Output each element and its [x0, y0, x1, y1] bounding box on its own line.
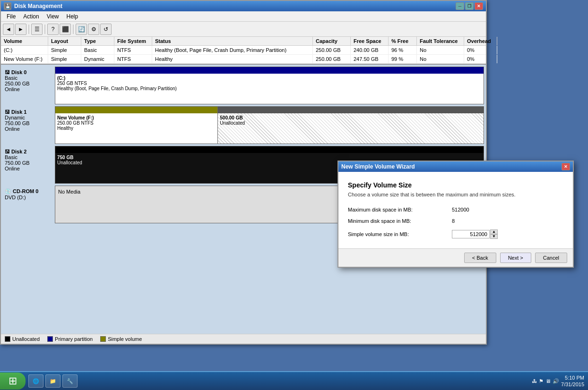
disk-size-2: 750.00 GB	[5, 160, 53, 166]
settings-button[interactable]: ⚙	[88, 24, 99, 35]
disk-status-2: Online	[5, 166, 53, 171]
cell-status-1: Healthy	[152, 55, 313, 63]
form-value-min: 8	[452, 218, 455, 224]
wizard-title-text: New Simple Volume Wizard	[341, 163, 562, 170]
legend-label-simple: Simple volume	[108, 336, 142, 342]
spin-up-button[interactable]: ▲	[490, 229, 498, 234]
header-fs[interactable]: File System	[114, 37, 152, 45]
toolbar-separator-1	[28, 25, 29, 34]
legend-primary: Primary partition	[47, 336, 93, 342]
window-controls: ─ ❐ ✕	[456, 2, 483, 10]
partition-content-0-0: (C:) 250 GB NTFS Healthy (Boot, Page Fil…	[55, 74, 484, 104]
header-volume[interactable]: Volume	[1, 37, 48, 45]
ie-icon: 🌐	[33, 378, 39, 384]
disk-name-1: 🖫 Disk 1	[5, 109, 53, 115]
back-button[interactable]: < Back	[464, 253, 496, 263]
disk-label-1: 🖫 Disk 1 Dynamic 750.00 GB Online	[3, 106, 55, 144]
disk-partitions-0: (C:) 250 GB NTFS Healthy (Boot, Page Fil…	[55, 67, 484, 104]
header-layout[interactable]: Layout	[48, 37, 81, 45]
wizard-heading: Specify Volume Size	[348, 181, 563, 189]
form-row-max: Maximum disk space in MB: 512000	[348, 207, 563, 212]
volume-icon: 🔊	[553, 378, 559, 384]
close-button[interactable]: ✕	[475, 2, 483, 10]
cell-overhead-0: 0%	[464, 46, 497, 54]
network-icon: 🖧	[532, 378, 537, 384]
cell-volume-1: New Volume (F:)	[1, 55, 48, 63]
view-button[interactable]: ☰	[31, 24, 43, 35]
restore-button[interactable]: ❐	[465, 2, 474, 10]
cell-volume-0: (C:)	[1, 46, 48, 54]
table-row[interactable]: (C:) Simple Basic NTFS Healthy (Boot, Pa…	[1, 46, 486, 55]
disk-status-0: Online	[5, 86, 53, 92]
clock-date: 7/31/2015	[561, 381, 584, 388]
wizard-body: Specify Volume Size Choose a volume size…	[338, 172, 573, 248]
properties-button[interactable]: ⬛	[60, 24, 71, 35]
next-button[interactable]: Next >	[500, 253, 531, 263]
header-overhead[interactable]: Overhead	[464, 37, 497, 45]
form-label-min: Minimum disk space in MB:	[348, 218, 452, 224]
menu-view[interactable]: View	[43, 12, 63, 21]
refresh-button[interactable]: ↺	[100, 24, 112, 35]
partition-bar-0-0	[55, 67, 484, 74]
toolbar: ◄ ► ☰ ? ⬛ 🔄 ⚙ ↺	[1, 22, 486, 37]
diskmgmt-icon: 🔧	[67, 378, 73, 384]
partition-block-0-0[interactable]: (C:) 250 GB NTFS Healthy (Boot, Page Fil…	[55, 67, 484, 104]
header-capacity[interactable]: Capacity	[313, 37, 351, 45]
cell-status-0: Healthy (Boot, Page File, Crash Dump, Pr…	[152, 46, 313, 54]
form-value-max: 512000	[452, 207, 469, 212]
header-type[interactable]: Type	[81, 37, 114, 45]
spin-down-button[interactable]: ▼	[490, 234, 498, 239]
menu-action[interactable]: Action	[19, 12, 43, 21]
cell-overhead-1: 0%	[464, 55, 497, 63]
header-fault[interactable]: Fault Tolerance	[417, 37, 464, 45]
partition-block-1-1[interactable]: 500.00 GB Unallocated	[218, 107, 484, 144]
disk-name-0: 🖫 Disk 0	[5, 69, 53, 75]
cancel-button[interactable]: Cancel	[535, 253, 567, 263]
disk-row-0: 🖫 Disk 0 Basic 250.00 GB Online (C:) 250…	[3, 67, 484, 104]
taskbar-ie[interactable]: 🌐	[28, 374, 43, 388]
taskbar-explorer[interactable]: 📁	[45, 374, 61, 388]
minimize-button[interactable]: ─	[456, 2, 464, 10]
cell-layout-1: Simple	[48, 55, 81, 63]
partition-bar-1-0	[55, 107, 217, 113]
disk-size-0: 250.00 GB	[5, 81, 53, 86]
header-freespace[interactable]: Free Space	[351, 37, 389, 45]
rescan-button[interactable]: 🔄	[76, 24, 87, 35]
menu-file[interactable]: File	[3, 12, 19, 21]
forward-button[interactable]: ►	[15, 24, 26, 35]
partition-content-1-0: New Volume (F:) 250.00 GB NTFS Healthy	[55, 113, 217, 144]
table-row[interactable]: New Volume (F:) Simple Dynamic NTFS Heal…	[1, 55, 486, 64]
disk-status-1: Online	[5, 126, 53, 132]
legend-label-unallocated: Unallocated	[12, 336, 40, 342]
wizard-form: Maximum disk space in MB: 512000 Minimum…	[348, 207, 563, 239]
legend: Unallocated Primary partition Simple vol…	[1, 334, 486, 344]
back-button[interactable]: ◄	[3, 24, 14, 35]
form-row-min: Minimum disk space in MB: 8	[348, 218, 563, 224]
toolbar-separator-3	[73, 25, 74, 34]
help-button[interactable]: ?	[47, 24, 59, 35]
toolbar-separator-2	[44, 25, 45, 34]
cell-type-1: Dynamic	[81, 55, 114, 63]
start-button[interactable]: ⊞	[0, 373, 26, 390]
menu-help[interactable]: Help	[63, 12, 82, 21]
header-pctfree[interactable]: % Free	[389, 37, 417, 45]
wizard-close-button[interactable]: ✕	[562, 163, 570, 170]
form-label-size: Simple volume size in MB:	[348, 231, 452, 237]
form-input-wrap: ▲ ▼	[452, 229, 498, 239]
flag-icon: ⚑	[539, 378, 544, 384]
cell-type-0: Basic	[81, 46, 114, 54]
legend-label-primary: Primary partition	[55, 336, 93, 342]
partition-block-1-0[interactable]: New Volume (F:) 250.00 GB NTFS Healthy	[55, 107, 218, 144]
cell-capacity-0: 250.00 GB	[313, 46, 351, 54]
disk-size-1: 750.00 GB	[5, 120, 53, 126]
clock-time: 5:10 PM	[561, 374, 584, 381]
clock: 5:10 PM 7/31/2015	[561, 374, 584, 388]
volume-size-input[interactable]	[452, 230, 490, 238]
disk-type-0: Basic	[5, 75, 53, 81]
cell-capacity-1: 250.00 GB	[313, 55, 351, 63]
header-status[interactable]: Status	[152, 37, 313, 45]
disk-label-cdrom: 💿 CD-ROM 0 DVD (D:)	[3, 186, 55, 223]
disk-label-0: 🖫 Disk 0 Basic 250.00 GB Online	[3, 67, 55, 104]
taskbar-diskmgmt[interactable]: 🔧	[62, 374, 78, 388]
partition-bar-2-0	[55, 146, 484, 153]
